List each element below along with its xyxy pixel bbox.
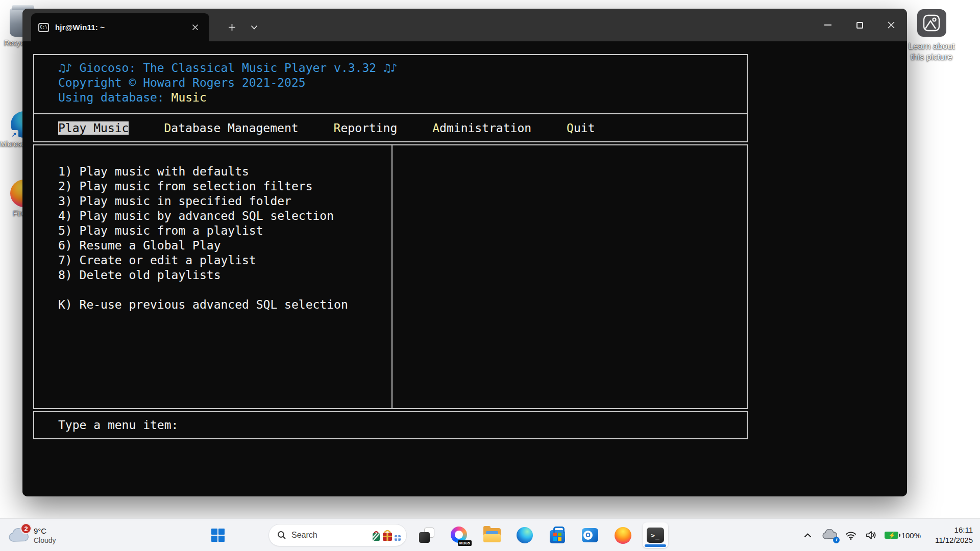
chevron-up-icon xyxy=(804,533,812,538)
menu-prompt: Type a menu item: xyxy=(58,418,178,432)
task-view-icon xyxy=(419,528,434,543)
tab-close-icon[interactable] xyxy=(188,20,202,35)
menu-option-3: 3) Play music in specified folder xyxy=(58,194,390,209)
learn-about-label: Learn about this picture xyxy=(898,41,965,62)
edge-browser-button[interactable] xyxy=(512,522,537,548)
battery-percent: 100% xyxy=(901,531,921,540)
notification-badge: 2 xyxy=(20,523,32,534)
task-view-button[interactable] xyxy=(414,522,439,548)
windows-logo-icon xyxy=(211,529,225,542)
microsoft-store-button[interactable] xyxy=(545,522,570,548)
content-divider xyxy=(391,145,393,408)
copilot-icon: M365 xyxy=(451,527,468,544)
database-value: Music xyxy=(172,91,207,104)
desktop-wallpaper: Recycle Bin ↗ Microsoft Edge Firefox Lea… xyxy=(0,0,980,551)
terminal-window: C:\ hjr@Win11: ~ xyxy=(22,9,907,496)
speaker-icon xyxy=(866,531,877,540)
terminal-icon: >_ xyxy=(647,528,664,543)
menubar-item-reporting[interactable]: Reporting xyxy=(334,121,398,135)
minimize-icon xyxy=(824,24,831,26)
tab-dropdown-button[interactable] xyxy=(245,18,263,36)
close-icon xyxy=(887,21,895,29)
search-icon xyxy=(277,531,286,540)
onedrive-tray-button[interactable]: i xyxy=(818,529,841,542)
search-box[interactable]: Search xyxy=(268,524,407,546)
close-button[interactable] xyxy=(875,9,907,41)
copilot-m365-button[interactable]: M365 xyxy=(447,522,472,548)
new-tab-button[interactable] xyxy=(223,18,241,36)
clock-widget[interactable]: 16:11 11/12/2025 xyxy=(935,525,973,545)
menu-option-8: 8) Delete old playlists xyxy=(58,268,390,283)
m365-badge: M365 xyxy=(458,540,472,546)
outlook-button[interactable]: O xyxy=(577,522,603,548)
learn-about-picture-widget[interactable]: Learn about this picture xyxy=(898,9,965,62)
picture-icon xyxy=(917,9,946,37)
battery-icon: ⚡ xyxy=(885,532,898,539)
giocoso-header-box: ♫♪ Giocoso: The Classical Music Player v… xyxy=(33,54,748,114)
clock-time: 16:11 xyxy=(935,525,973,535)
maximize-icon xyxy=(856,22,863,29)
giocoso-database-line: Using database: Music xyxy=(58,90,747,105)
firefox-icon xyxy=(615,527,631,544)
start-button[interactable] xyxy=(206,523,230,547)
menu-option-1: 1) Play music with defaults xyxy=(58,164,390,179)
weather-temperature: 9°C xyxy=(34,526,56,536)
holiday-gifts-icon xyxy=(372,529,401,541)
giocoso-title: ♫♪ Giocoso: The Classical Music Player v… xyxy=(58,61,747,76)
minimize-button[interactable] xyxy=(812,9,844,41)
wifi-icon xyxy=(845,531,856,540)
weather-widget[interactable]: 2 9°C Cloudy xyxy=(7,519,56,551)
tray-overflow-button[interactable] xyxy=(798,533,818,538)
menu-option-7: 7) Create or edit a playlist xyxy=(58,253,390,268)
search-placeholder: Search xyxy=(291,531,372,540)
menu-option-2: 2) Play music from selection filters xyxy=(58,179,390,194)
weather-text: 9°C Cloudy xyxy=(34,526,56,545)
onedrive-cloud-icon: i xyxy=(822,529,837,542)
giocoso-copyright: Copyright © Howard Rogers 2021-2025 xyxy=(58,76,747,90)
battery-tray-button[interactable]: ⚡ 100% xyxy=(881,531,924,540)
terminal-button-active[interactable]: >_ xyxy=(643,522,668,548)
terminal-titlebar[interactable]: C:\ hjr@Win11: ~ xyxy=(22,9,907,41)
file-explorer-icon xyxy=(483,528,501,542)
menu-option-k: K) Re-use previous advanced SQL selectio… xyxy=(58,297,390,312)
menubar-item-database-management[interactable]: Database Management xyxy=(164,121,298,135)
clock-date: 11/12/2025 xyxy=(935,535,973,545)
weather-condition: Cloudy xyxy=(34,536,56,545)
cloud-weather-icon: 2 xyxy=(7,526,30,544)
play-music-menu-list: 1) Play music with defaults 2) Play musi… xyxy=(34,145,390,312)
menubar-item-play-music[interactable]: Play Music xyxy=(58,121,129,135)
menu-option-6: 6) Resume a Global Play xyxy=(58,238,390,253)
giocoso-prompt-box[interactable]: Type a menu item: xyxy=(33,411,748,439)
firefox-button[interactable] xyxy=(610,522,635,548)
giocoso-menubar: Play Music Database Management Reporting… xyxy=(33,114,748,142)
menubar-item-quit[interactable]: Quit xyxy=(567,121,595,135)
file-explorer-button[interactable] xyxy=(479,522,505,548)
terminal-screen[interactable]: ♫♪ Giocoso: The Classical Music Player v… xyxy=(22,41,907,496)
edge-icon xyxy=(517,527,533,543)
tab-title: hjr@Win11: ~ xyxy=(55,23,188,32)
command-prompt-icon: C:\ xyxy=(38,23,49,32)
active-app-indicator xyxy=(645,544,666,547)
menubar-item-administration[interactable]: Administration xyxy=(432,121,531,135)
microsoft-store-icon xyxy=(550,530,565,543)
taskbar: 2 9°C Cloudy Search xyxy=(0,518,980,551)
database-label: Using database: xyxy=(58,91,172,104)
shortcut-arrow-icon: ↗ xyxy=(10,130,18,139)
giocoso-content-box: 1) Play music with defaults 2) Play musi… xyxy=(33,144,748,409)
maximize-button[interactable] xyxy=(844,9,875,41)
outlook-icon: O xyxy=(582,528,598,542)
info-badge-icon: i xyxy=(833,537,840,543)
menu-option-4: 4) Play music by advanced SQL selection xyxy=(58,209,390,223)
menu-option-5: 5) Play music from a playlist xyxy=(58,223,390,238)
terminal-tab[interactable]: C:\ hjr@Win11: ~ xyxy=(31,13,209,41)
volume-tray-button[interactable] xyxy=(861,531,881,540)
wifi-tray-button[interactable] xyxy=(841,531,861,540)
